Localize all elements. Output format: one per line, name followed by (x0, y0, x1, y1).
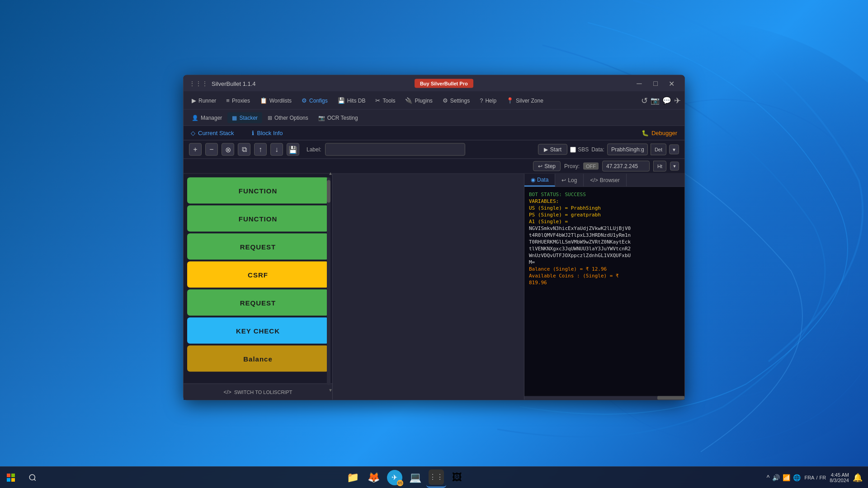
debug-tab-browser[interactable]: </> Browser (584, 174, 626, 187)
debug-a1-label: A1 (Single) = (529, 219, 680, 225)
camera-icon[interactable]: 📷 (651, 96, 660, 105)
scroll-down-arrow[interactable]: ▼ (327, 386, 334, 394)
debug-tab-log[interactable]: ↩ Log (555, 174, 584, 187)
data-input[interactable] (607, 144, 648, 155)
scroll-up-arrow[interactable]: ▲ (327, 169, 334, 177)
taskbar-firefox[interactable]: 🦊 (364, 468, 384, 488)
nav-proxies[interactable]: ≡ Proxies (222, 94, 255, 107)
nav-settings[interactable]: ⚙ Settings (438, 94, 474, 107)
block-panel: FUNCTION FUNCTION REQUEST CSRF REQUEST K… (184, 174, 333, 400)
taskbar-telegram[interactable]: ✈ 65 (385, 468, 405, 488)
clock-time: 4:45 AM (830, 472, 849, 478)
data-label: Data: (591, 146, 604, 153)
history-icon[interactable]: ↺ (641, 95, 648, 105)
debug-token-6: M= (529, 259, 680, 265)
buy-pro-button[interactable]: Buy SilverBullet Pro (415, 79, 473, 88)
close-button[interactable]: ✕ (665, 78, 679, 89)
debug-token-2: t4R0lQMVF4bWJ2TlpxL3JHRDNzdU1yRm1n (529, 232, 680, 238)
chat-icon[interactable]: 💬 (662, 96, 671, 105)
block-item-csrf[interactable]: CSRF (187, 262, 329, 288)
language-label: FRA (804, 475, 814, 480)
remove-block-button[interactable]: − (205, 143, 218, 156)
system-tray-icons: ^ 🔊 📶 🌐 (767, 474, 801, 481)
taskbar-photos[interactable]: 🖼 (447, 468, 467, 488)
step-row: ↩ Step Proxy: OFF Ht ▼ (184, 159, 684, 174)
taskbar-terminal[interactable]: 💻 (406, 468, 425, 488)
block-item-request-2[interactable]: REQUEST (187, 290, 329, 316)
ht-button[interactable]: Ht (653, 161, 666, 172)
switch-loliscript-button[interactable]: </> SWITCH TO LOLISCRIPT (184, 384, 332, 400)
proxy-input[interactable] (602, 161, 650, 172)
proxy-dropdown-button[interactable]: ▼ (670, 162, 679, 171)
volume-icon[interactable]: 🔊 (772, 474, 780, 481)
nav-manager[interactable]: 👤 Manager (187, 112, 226, 123)
telegram-icon[interactable]: ✈ (674, 95, 681, 105)
taskbar-search-button[interactable] (22, 467, 43, 488)
add-block-button[interactable]: + (189, 143, 202, 156)
taskbar-file-explorer[interactable]: 📁 (343, 468, 363, 488)
block-info-icon: ℹ (252, 130, 254, 136)
taskbar-silverbullet[interactable]: ⋮⋮ (426, 468, 446, 488)
start-menu-button[interactable] (0, 467, 22, 488)
clear-block-button[interactable]: ⊗ (222, 143, 234, 156)
det-button[interactable]: Det (651, 144, 666, 155)
sbs-checkbox[interactable]: SBS (570, 146, 589, 153)
ocr-icon: 📷 (318, 114, 325, 121)
notification-bell-icon[interactable]: 🔔 (853, 473, 863, 483)
nav-stacker[interactable]: ▦ Stacker (227, 112, 262, 123)
move-down-button[interactable]: ↓ (270, 143, 283, 156)
data-dropdown-button[interactable]: ▼ (669, 145, 679, 155)
wifi-icon[interactable]: 🌐 (793, 474, 801, 481)
copy-block-button[interactable]: ⧉ (238, 143, 250, 156)
nav-tools[interactable]: ✂ Tools (371, 94, 400, 107)
block-item-keycheck[interactable]: KEY CHECK (187, 318, 329, 344)
maximize-button[interactable]: □ (648, 78, 663, 89)
svg-rect-3 (7, 474, 10, 477)
block-scroll-thumb[interactable] (327, 180, 330, 203)
chevron-up-icon[interactable]: ^ (767, 474, 770, 481)
nav-other-options[interactable]: ⊞ Other Options (263, 112, 313, 123)
label-input[interactable] (325, 143, 465, 156)
nav-help[interactable]: ? Help (475, 94, 501, 107)
taskbar-right: ^ 🔊 📶 🌐 FRA / FR 4:45 AM 8/3/2024 🔔 (767, 472, 868, 483)
taskbar-clock[interactable]: 4:45 AM 8/3/2024 (830, 472, 849, 483)
save-button[interactable]: 💾 (287, 143, 299, 156)
minimize-button[interactable]: ─ (632, 78, 646, 89)
sbs-check[interactable] (570, 146, 576, 152)
network-icon[interactable]: 📶 (783, 474, 790, 481)
svg-point-7 (29, 474, 35, 480)
nav-runner[interactable]: ▶ Runner (187, 94, 221, 107)
nav-ocr-testing[interactable]: 📷 OCR Testing (314, 112, 363, 123)
toolbar: + − ⊗ ⧉ ↑ ↓ 💾 Label: ▶ Start SBS Data: D… (184, 141, 684, 159)
main-content: ◇ Current Stack ℹ Block Info 🐛 Debugger … (184, 126, 684, 400)
play-icon: ▶ (544, 146, 548, 153)
config-editor-panel[interactable] (333, 174, 524, 400)
move-up-button[interactable]: ↑ (254, 143, 267, 156)
taskbar: 📁 🦊 ✈ 65 💻 ⋮⋮ 🖼 ^ 🔊 📶 🌐 FRA / (0, 466, 868, 488)
nav-wordlists[interactable]: 📋 Wordlists (255, 94, 296, 107)
step-button[interactable]: ↩ Step (533, 161, 561, 171)
block-item-balance[interactable]: Balance (187, 346, 329, 372)
nav-configs[interactable]: ⚙ Configs (297, 94, 332, 107)
nav-silverzone[interactable]: 📍 Silver Zone (502, 94, 548, 107)
start-button[interactable]: ▶ Start (538, 144, 567, 155)
nav-hitsdb[interactable]: 💾 Hits DB (333, 94, 370, 107)
app-title: SilverBullet 1.1.4 (212, 80, 256, 87)
debug-ps-line: PS (Single) = greatprabh (529, 212, 680, 218)
title-bar: ⋮⋮⋮ SilverBullet 1.1.4 Buy SilverBullet … (184, 75, 684, 92)
debug-scrollbar-thumb-h[interactable] (657, 396, 684, 400)
settings-icon: ⚙ (443, 97, 448, 104)
tools-icon: ✂ (375, 97, 380, 104)
block-item-request-1[interactable]: REQUEST (187, 234, 329, 260)
app-icon: ⋮⋮⋮ (189, 80, 208, 87)
nav-plugins[interactable]: 🔌 Plugins (401, 94, 437, 107)
title-bar-controls: ─ □ ✕ (632, 78, 679, 89)
proxy-label: Proxy: (564, 163, 580, 169)
debug-scrollbar-h[interactable] (524, 396, 684, 400)
debug-coins-1: Available Coins : (Single) = ₹ (529, 273, 680, 279)
debug-tab-data[interactable]: ◉ Data (524, 174, 555, 187)
block-item-function-1[interactable]: FUNCTION (187, 178, 329, 204)
debug-output: BOT STATUS: SUCCESS VARIABLES: US (Singl… (524, 187, 684, 396)
block-item-function-2[interactable]: FUNCTION (187, 206, 329, 232)
debug-coins-2: 819.96 (529, 280, 680, 286)
